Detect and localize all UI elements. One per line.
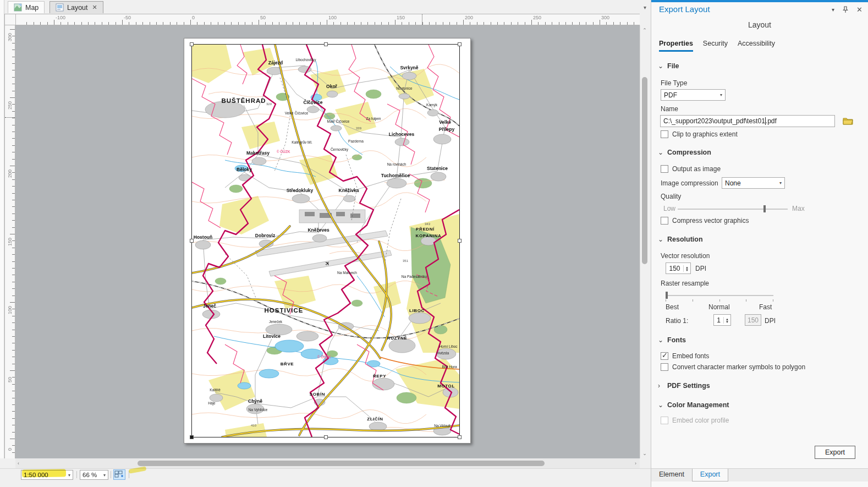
tab-element[interactable]: Element — [651, 469, 692, 481]
selection-handle[interactable] — [190, 435, 194, 439]
map-place-label: Okoř — [326, 84, 338, 89]
chevron-down-icon: ⌄ — [658, 401, 663, 409]
map-place-label: MOTOL — [437, 384, 455, 388]
output-as-image-row[interactable]: Output as image — [661, 165, 721, 173]
map-place-label: RUZYNĚ — [387, 336, 408, 341]
map-place-label: © ČÚZK — [317, 354, 331, 359]
selection-handle[interactable] — [190, 239, 194, 243]
color-management-section-header[interactable]: ⌄ Color Management — [658, 401, 729, 409]
vector-dpi-label: DPI — [695, 265, 706, 272]
ruler-label: 50 — [7, 377, 13, 382]
chevron-down-icon: ⌄ — [658, 236, 663, 243]
map-place-label: Bílá Hora — [442, 365, 457, 369]
compression-section-header[interactable]: ⌄ Compression — [658, 149, 711, 156]
map-place-label: Černovičky — [331, 147, 349, 152]
compress-vector-row[interactable]: Compress vector graphics — [661, 217, 749, 225]
map-place-label: SOBÍN — [310, 392, 325, 397]
zoom-level-value: 66 % — [83, 472, 97, 478]
resample-best-label: Best — [666, 303, 679, 311]
scroll-left-icon[interactable]: ‹ — [18, 461, 19, 466]
compress-vector-checkbox[interactable] — [661, 217, 668, 225]
spinner-arrows-icon[interactable]: ▲▼ — [683, 265, 690, 272]
ruler-label: 200 — [465, 15, 473, 20]
vertical-scrollbar[interactable]: ⌃ ⌄ — [640, 25, 649, 458]
ruler-label: 100 — [328, 15, 337, 20]
view-tab-strip: Map Layout ✕ ▾ — [4, 0, 651, 13]
pane-splitter[interactable] — [0, 0, 4, 458]
pane-menu-chevron-icon[interactable]: ▾ — [832, 7, 834, 13]
tab-export[interactable]: Export — [692, 469, 728, 481]
resolution-section-header[interactable]: ⌄ Resolution — [658, 236, 703, 243]
tab-security[interactable]: Security — [703, 40, 728, 52]
tab-properties[interactable]: Properties — [659, 40, 693, 52]
image-compression-combobox[interactable]: None ▾ — [722, 177, 785, 189]
browse-folder-icon[interactable] — [843, 116, 853, 125]
ruler-label: 50 — [260, 15, 266, 20]
layout-grid-button[interactable] — [113, 469, 125, 480]
ruler-label: 0 — [192, 15, 195, 20]
selection-handle[interactable] — [190, 42, 194, 46]
chevron-down-icon: ▾ — [720, 92, 722, 97]
map-place-label: 343 — [425, 222, 431, 226]
vertical-ruler: 300250200150100500 — [4, 25, 15, 458]
tab-map[interactable]: Map — [8, 1, 45, 13]
convert-marker-row[interactable]: Convert character marker symbols to poly… — [661, 363, 805, 371]
zoom-level-combobox[interactable]: 66 % ▾ — [80, 470, 108, 480]
pin-icon[interactable] — [842, 6, 849, 13]
file-type-label: File Type — [661, 79, 687, 87]
export-layout-pane: Export Layout ▾ ✕ Layout Properties Secu… — [651, 0, 868, 487]
layout-page[interactable]: ✈ — [184, 38, 471, 444]
scroll-up-icon[interactable]: ⌃ — [640, 28, 649, 33]
export-button[interactable]: Export — [815, 446, 855, 459]
map-place-label: Kalingrův Ml. — [292, 140, 312, 145]
map-place-label: Přílepy — [439, 127, 455, 132]
embed-fonts-row[interactable]: Embed fonts — [661, 352, 709, 360]
pdf-settings-section-header[interactable]: › PDF Settings — [658, 382, 710, 390]
pane-bottom-tab-strip: Element Export — [651, 468, 868, 481]
resample-fast-label: Fast — [759, 303, 772, 311]
raster-resample-slider[interactable] — [666, 295, 773, 296]
layout-canvas[interactable]: ✈ — [15, 25, 640, 458]
selection-handle[interactable] — [324, 42, 328, 46]
selection-handle[interactable] — [458, 42, 462, 46]
tab-overflow-chevron-icon[interactable]: ▾ — [644, 4, 646, 10]
selection-handle[interactable] — [458, 239, 462, 243]
raster-resample-handle[interactable] — [666, 292, 668, 299]
selection-handle[interactable] — [324, 435, 328, 439]
ruler-label: 0 — [7, 448, 13, 451]
vector-resolution-value: 150 — [666, 265, 683, 272]
output-name-input[interactable]: C:\_support2023\output_pdf\test01.pdf — [660, 115, 835, 127]
map-place-label: Tuchoměřice — [381, 173, 410, 178]
fonts-section-header[interactable]: ⌄ Fonts — [658, 336, 686, 344]
close-tab-icon[interactable]: ✕ — [92, 4, 97, 11]
map-place-label: Lichoceves — [389, 132, 415, 137]
tab-layout[interactable]: Layout ✕ — [50, 1, 103, 13]
embed-fonts-checkbox[interactable] — [661, 352, 668, 360]
horizontal-scrollbar[interactable]: ‹ › — [15, 458, 640, 468]
ratio-spinner[interactable]: 1 ▲▼ — [713, 314, 731, 326]
chevron-down-icon: ▾ — [100, 473, 106, 478]
ratio-dpi-label: DPI — [765, 317, 776, 325]
close-pane-icon[interactable]: ✕ — [856, 6, 862, 14]
file-section-header[interactable]: ⌄ File — [658, 62, 679, 70]
layout-view: Map Layout ✕ ▾ -100-50050100150200250300… — [0, 0, 651, 487]
spinner-arrows-icon[interactable]: ▲▼ — [723, 317, 730, 324]
map-place-label: Běloky — [237, 167, 252, 172]
output-as-image-checkbox[interactable] — [661, 165, 668, 173]
ruler-label: 100 — [7, 306, 13, 314]
map-place-label: Na Padesátníku — [402, 275, 427, 278]
vector-resolution-spinner[interactable]: 150 ▲▼ — [666, 262, 691, 274]
map-frame[interactable]: ✈ — [191, 44, 460, 437]
clip-checkbox[interactable] — [661, 130, 668, 138]
file-type-combobox[interactable]: PDF ▾ — [661, 89, 726, 101]
scroll-right-icon[interactable]: › — [635, 461, 636, 466]
selection-handle[interactable] — [458, 435, 462, 439]
output-as-image-label: Output as image — [672, 165, 721, 173]
tab-accessibility[interactable]: Accessibility — [738, 40, 775, 52]
scroll-down-icon[interactable]: ⌄ — [640, 451, 649, 456]
vertical-scroll-thumb[interactable] — [642, 77, 647, 264]
horizontal-scroll-thumb[interactable] — [138, 461, 545, 466]
ruler-label: -100 — [56, 15, 65, 20]
convert-marker-checkbox[interactable] — [661, 363, 668, 371]
clip-to-graphics-extent-row[interactable]: Clip to graphics extent — [661, 130, 738, 138]
